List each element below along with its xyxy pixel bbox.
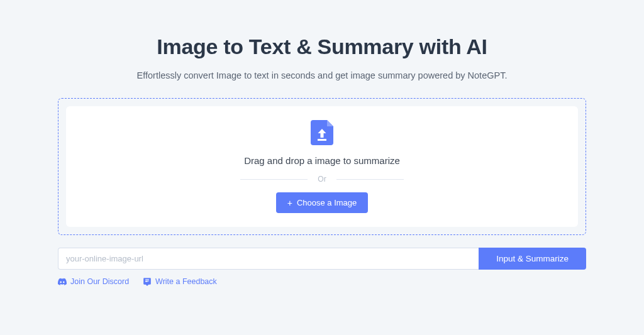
main-container: Image to Text & Summary with AI Effortle… — [58, 0, 586, 286]
url-input[interactable] — [58, 248, 479, 270]
page-subtitle: Effortlessly convert Image to text in se… — [58, 70, 586, 80]
url-input-row: Input & Summarize — [58, 248, 586, 270]
or-divider: Or — [240, 175, 404, 184]
choose-image-label: Choose a Image — [297, 198, 357, 207]
secondary-links: Join Our Discord Write a Feedback — [58, 277, 586, 286]
divider-line-right — [336, 179, 404, 180]
discord-link[interactable]: Join Our Discord — [58, 277, 129, 286]
dropzone[interactable]: Drag and drop a image to summarize Or + … — [66, 106, 578, 227]
discord-link-label: Join Our Discord — [70, 277, 129, 286]
svg-rect-0 — [318, 139, 326, 141]
choose-image-button[interactable]: + Choose a Image — [276, 192, 369, 213]
feedback-link-label: Write a Feedback — [155, 277, 217, 286]
feedback-link[interactable]: Write a Feedback — [143, 277, 217, 286]
upload-panel: Drag and drop a image to summarize Or + … — [58, 98, 586, 235]
divider-line-left — [240, 179, 308, 180]
discord-icon — [58, 277, 67, 286]
drop-instruction: Drag and drop a image to summarize — [79, 155, 565, 166]
input-summarize-button[interactable]: Input & Summarize — [479, 248, 586, 270]
plus-icon: + — [287, 199, 292, 207]
feedback-icon — [143, 277, 152, 286]
upload-file-icon — [311, 120, 333, 145]
page-title: Image to Text & Summary with AI — [58, 35, 586, 59]
or-text: Or — [318, 175, 326, 184]
